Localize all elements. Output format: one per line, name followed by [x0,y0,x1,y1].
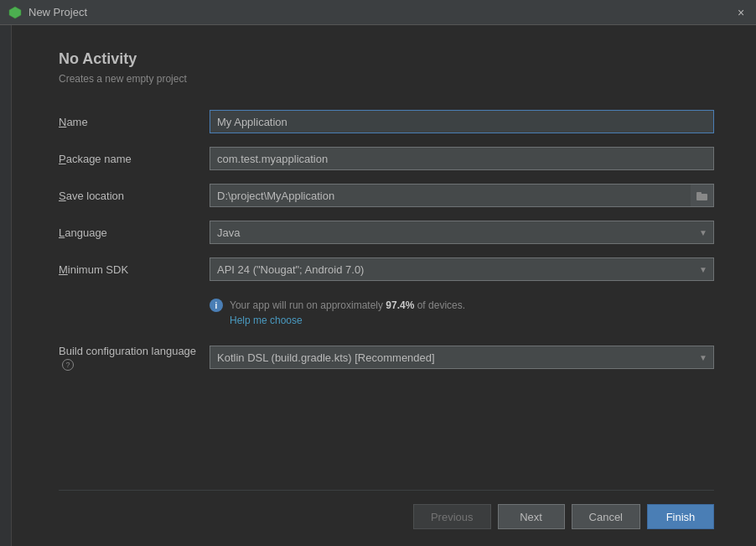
package-label-rest: ackage name [66,153,132,165]
info-text-before: Your app will run on approximately [230,299,386,311]
language-select[interactable]: Java Kotlin [210,221,714,244]
build-config-label: Build configuration language ? [59,345,210,371]
dialog-title: New Project [28,6,87,18]
cancel-button[interactable]: Cancel [572,504,640,529]
help-me-choose-link[interactable]: Help me choose [230,313,465,328]
minimum-sdk-label: Minimum SDK [59,263,210,276]
next-button[interactable]: Next [498,504,565,529]
svg-rect-2 [696,192,702,195]
language-label: Language [59,226,210,239]
name-input[interactable] [210,110,714,133]
language-select-wrap: Java Kotlin ▼ [210,221,714,244]
name-label: Name [59,116,210,128]
info-text-after: of devices. [414,299,465,311]
close-button[interactable]: × [734,6,748,19]
dialog-content: No Activity Creates a new empty project … [0,25,756,546]
section-title: No Activity [59,50,714,68]
build-config-select-wrap: Kotlin DSL (build.gradle.kts) [Recommend… [210,346,714,369]
save-location-wrap [210,184,714,207]
minimum-sdk-select[interactable]: API 24 ("Nougat"; Android 7.0) API 21 AP… [210,257,714,281]
sdk-label-rest: inimum SDK [68,263,128,276]
save-label-rest: ave location [66,190,124,202]
build-config-label-text: Build configuration language [59,345,196,357]
left-panel-strip [0,25,12,546]
svg-rect-1 [696,194,707,200]
info-percentage: 97.4% [386,299,414,311]
minimum-sdk-select-wrap: API 24 ("Nougat"; Android 7.0) API 21 AP… [210,257,714,281]
svg-marker-0 [9,7,21,18]
save-label-underline: S [59,190,66,202]
browse-folder-button[interactable] [691,184,714,207]
save-location-input[interactable] [210,184,691,207]
save-location-field-group [210,184,714,207]
sdk-label-underline: M [59,263,68,276]
package-name-row: Package name [59,147,714,170]
previous-button[interactable]: Previous [413,504,491,529]
save-location-row: Save location [59,184,714,207]
main-area: No Activity Creates a new empty project … [59,50,714,529]
language-label-rest: anguage [65,226,107,239]
bottom-bar: Previous Next Cancel Finish [59,490,714,529]
build-config-help-icon[interactable]: ? [62,359,74,371]
info-box: i Your app will run on approximately 97.… [210,298,714,328]
finish-button[interactable]: Finish [647,504,714,529]
name-input-wrap [210,110,714,133]
name-label-rest: ame [66,116,87,128]
package-input-wrap [210,147,714,170]
name-label-underline: N [59,116,66,128]
build-config-row: Build configuration language ? Kotlin DS… [59,345,714,371]
language-row: Language Java Kotlin ▼ [59,221,714,244]
info-text: Your app will run on approximately 97.4%… [230,298,465,328]
title-bar: New Project × [0,0,756,25]
info-icon: i [210,299,223,312]
package-label-underline: P [59,153,66,165]
save-location-label: Save location [59,190,210,202]
app-icon [8,6,22,19]
package-name-input[interactable] [210,147,714,170]
name-row: Name [59,110,714,133]
title-bar-left: New Project [8,6,87,19]
section-subtitle: Creates a new empty project [59,73,714,85]
build-config-select[interactable]: Kotlin DSL (build.gradle.kts) [Recommend… [210,346,714,369]
minimum-sdk-row: Minimum SDK API 24 ("Nougat"; Android 7.… [59,257,714,281]
package-name-label: Package name [59,153,210,165]
